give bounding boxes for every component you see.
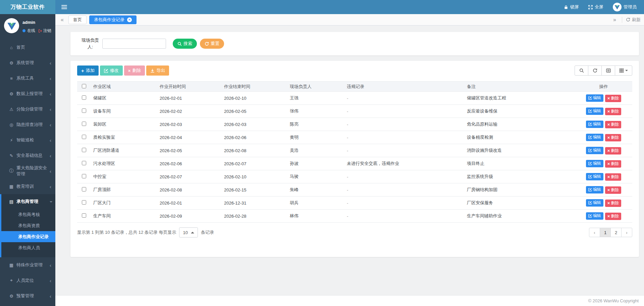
row-delete-button[interactable]: ×删除 [605, 186, 622, 194]
row-delete-button[interactable]: ×删除 [605, 213, 622, 220]
delete-button[interactable]: ×删除 [124, 65, 145, 76]
tab-home[interactable]: 首页 [68, 15, 87, 24]
id-card-icon: ▤ [9, 199, 14, 204]
location-icon: ⌖ [9, 278, 14, 283]
column-header-area[interactable]: 作业区域 [91, 82, 157, 92]
reset-button[interactable]: 重置 [200, 39, 224, 49]
row-edit-button[interactable]: 编辑 [586, 94, 603, 102]
fullscreen-button[interactable]: 全屏 [588, 4, 603, 10]
row-checkbox[interactable] [82, 213, 86, 218]
cell-area: 厂区大门 [91, 196, 157, 210]
row-delete-button[interactable]: ×删除 [605, 95, 622, 102]
row-edit-button[interactable]: 编辑 [586, 173, 603, 180]
page-size-select[interactable]: 10 [179, 227, 198, 237]
sidebar-item-contractor-qualification[interactable]: 承包商资质 [1, 220, 55, 231]
hamburger-menu-icon[interactable] [61, 5, 67, 9]
sidebar-item-special-work-management[interactable]: ▦特殊作业管理‹ [0, 257, 55, 273]
chevron-left-icon: ‹ [50, 122, 51, 127]
row-delete-button[interactable]: ×删除 [605, 121, 622, 128]
row-delete-button[interactable]: ×删除 [605, 200, 622, 207]
row-checkbox[interactable] [82, 174, 86, 178]
sidebar-item-label: 重大危险源安全管理 [16, 165, 47, 177]
tab-contractor-work-records[interactable]: 承包商作业记录 ✕ [89, 15, 137, 24]
page-next-button[interactable]: › [621, 228, 632, 237]
page-prev-button[interactable]: ‹ [589, 228, 600, 237]
row-delete-button[interactable]: ×删除 [605, 147, 622, 155]
search-panel: 现场负责人: 搜索 重置 [70, 32, 639, 55]
row-delete-button[interactable]: ×删除 [605, 160, 622, 168]
tabs-scroll-left-button[interactable]: « [59, 17, 66, 23]
table-columns-button[interactable] [615, 65, 632, 76]
plus-icon: + [81, 68, 84, 73]
column-header-site-manager[interactable]: 现场负责人 [287, 82, 344, 92]
page-button-2[interactable]: 2 [610, 228, 622, 237]
user-menu[interactable]: 管理员 [613, 3, 637, 11]
sidebar-item-data-report-management[interactable]: ⚙数据上报管理‹ [0, 86, 55, 101]
close-tab-icon[interactable]: ✕ [127, 17, 132, 22]
sidebar-item-system-management[interactable]: ⚙系统管理‹ [0, 55, 55, 71]
modify-button[interactable]: 修改 [100, 65, 123, 76]
row-delete-button[interactable]: ×删除 [605, 173, 622, 181]
logout-button[interactable]: 注销 [38, 28, 51, 34]
add-button[interactable]: +添加 [77, 65, 99, 76]
row-edit-button[interactable]: 编辑 [586, 212, 603, 220]
sidebar-item-education-training[interactable]: ▦教育培训‹ [0, 179, 55, 194]
row-checkbox[interactable] [82, 95, 86, 100]
sidebar-item-label: 数据上报管理 [16, 91, 43, 97]
cell-remark: 项目终止 [464, 157, 575, 170]
table-search-toggle-button[interactable] [575, 65, 588, 76]
sidebar-item-contractor-assessment[interactable]: 承包商考核 [1, 209, 55, 220]
sidebar-item-warning-management[interactable]: ⚙预警管理‹ [0, 288, 55, 304]
row-checkbox[interactable] [82, 122, 86, 126]
chevron-left-icon: ‹ [50, 263, 51, 268]
pencil-icon [588, 188, 592, 191]
sidebar-item-smart-patrol[interactable]: ⚡智能巡检‹ [0, 132, 55, 148]
row-checkbox[interactable] [82, 135, 86, 139]
sidebar-item-contractor-personnel[interactable]: 承包商人员 [1, 242, 55, 253]
row-edit-button[interactable]: 编辑 [586, 160, 603, 167]
row-edit-button[interactable]: 编辑 [586, 147, 603, 154]
refresh-tab-button[interactable]: 刷新 [626, 17, 641, 23]
sidebar-item-home[interactable]: ⌂首页 [0, 40, 55, 55]
row-delete-button[interactable]: ×删除 [605, 108, 622, 115]
row-checkbox[interactable] [82, 161, 86, 165]
lock-screen-button[interactable]: 锁屏 [564, 4, 579, 10]
row-edit-button[interactable]: 编辑 [586, 199, 603, 207]
table-refresh-button[interactable] [588, 65, 602, 76]
sidebar-item-label: 承包商管理 [16, 199, 38, 205]
search-button[interactable]: 搜索 [173, 39, 197, 49]
select-all-checkbox[interactable] [82, 84, 86, 88]
row-checkbox[interactable] [82, 108, 86, 113]
cell-end-time: 2026-02-28 [221, 210, 287, 223]
row-edit-button[interactable]: 编辑 [586, 186, 603, 193]
sidebar-item-hazard-inspection[interactable]: ◎隐患排查治理‹ [0, 117, 55, 132]
sidebar-item-contractor-management[interactable]: ▤承包商管理‹ [1, 194, 55, 209]
row-checkbox[interactable] [82, 148, 86, 152]
page-button-1[interactable]: 1 [600, 228, 611, 237]
pencil-icon [588, 162, 592, 165]
row-edit-button[interactable]: 编辑 [586, 107, 603, 115]
column-header-remark[interactable]: 备注 [464, 82, 575, 92]
chevron-left-icon: ‹ [50, 294, 51, 299]
table-row: 中控室2026-02-072026-02-10马骏-监控系统升级编辑×删除 [77, 170, 632, 183]
column-header-violation[interactable]: 违规记录 [344, 82, 464, 92]
sidebar-item-safety-basic-info[interactable]: ✎安全基础信息‹ [0, 148, 55, 163]
row-edit-button[interactable]: 编辑 [586, 134, 603, 141]
column-header-start-time[interactable]: 作业开始时间 [157, 82, 221, 92]
sidebar-item-personnel-location[interactable]: ⌖人员定位‹ [0, 273, 55, 288]
tabs-scroll-right-button[interactable]: » [611, 17, 618, 23]
sidebar-item-system-tools[interactable]: ≡系统工具‹ [0, 71, 55, 86]
sidebar-item-contractor-work-records[interactable]: 承包商作业记录 [1, 231, 55, 242]
sidebar-item-major-hazard-safety[interactable]: ⓘ重大危险源安全管理‹ [0, 163, 55, 179]
row-checkbox[interactable] [82, 200, 86, 205]
table-row: 厂房顶部2026-02-082026-02-15朱峰-厂房钢结构加固编辑×删除 [77, 183, 632, 196]
column-header-end-time[interactable]: 作业结束时间 [221, 82, 287, 92]
row-edit-button[interactable]: 编辑 [586, 121, 603, 128]
pencil-icon [588, 214, 592, 218]
sidebar-item-risk-grading-management[interactable]: ⚠分险分级管理‹ [0, 101, 55, 117]
export-button[interactable]: 导出 [146, 65, 169, 76]
row-checkbox[interactable] [82, 187, 86, 191]
site-manager-input[interactable] [102, 39, 166, 49]
row-delete-button[interactable]: ×删除 [605, 134, 622, 141]
table-detail-view-button[interactable] [601, 65, 615, 76]
